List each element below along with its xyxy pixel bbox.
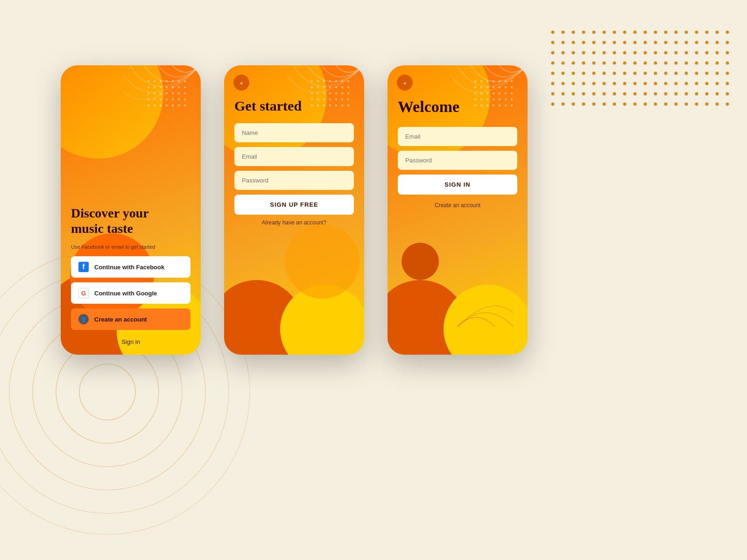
password-input-2[interactable] [234,171,354,190]
signup-button[interactable]: SIGN UP FREE [234,195,354,215]
card2-content: Get started SIGN UP FREE Already have an… [224,65,364,355]
create-account-link[interactable]: Create an account [398,202,517,209]
password-input-3[interactable] [398,151,517,170]
facebook-button[interactable]: f Continue with Facebook [71,256,190,278]
signup-btn-label: SIGN UP FREE [270,201,318,208]
google-btn-label: Continue with Google [94,290,157,297]
dots-canvas [546,26,747,128]
card-discover: Discover your music taste Use Facebook o… [61,65,201,355]
signin-link[interactable]: Sign in [71,338,190,345]
facebook-btn-label: Continue with Facebook [94,264,164,271]
card-welcome: « Welcome SIGN IN Create an account [388,65,528,355]
cards-container: Discover your music taste Use Facebook o… [61,65,528,355]
create-account-button[interactable]: 👤 Create an account [71,308,190,330]
card1-content: Discover your music taste Use Facebook o… [61,65,201,355]
card1-title: Discover your music taste [71,205,190,237]
email-input-2[interactable] [234,147,354,166]
already-link[interactable]: Already have an account? [234,219,354,226]
google-icon: G [78,288,89,298]
facebook-icon: f [78,262,89,272]
signin-button[interactable]: SIGN IN [398,175,517,195]
create-btn-label: Create an account [94,316,147,323]
card2-title: Get started [234,98,354,114]
card-getstarted: « Get started SIGN UP FREE Already have … [224,65,364,355]
signin-btn-label: SIGN IN [444,181,470,188]
email-input-3[interactable] [398,127,517,146]
person-icon: 👤 [78,314,89,324]
google-button[interactable]: G Continue with Google [71,282,190,304]
svg-point-1 [56,341,159,443]
card3-content: Welcome SIGN IN Create an account [388,65,528,355]
svg-point-0 [79,364,135,420]
name-input[interactable] [234,123,354,142]
card1-subtitle: Use Facebook or email to get started [71,244,190,250]
card3-title: Welcome [398,98,517,116]
